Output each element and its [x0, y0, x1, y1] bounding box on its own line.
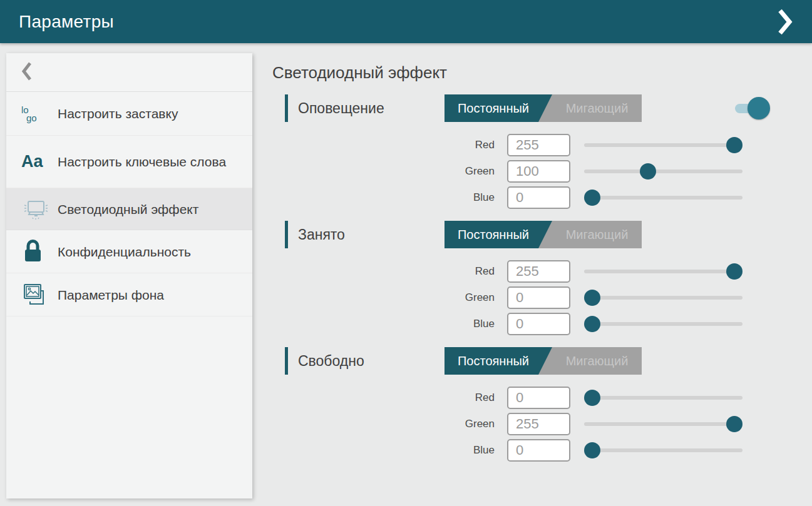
green-slider[interactable]: [584, 413, 743, 435]
sidebar-item-background[interactable]: Параметры фона: [6, 273, 252, 316]
slider-thumb[interactable]: [584, 390, 600, 406]
mode-option-solid[interactable]: Постоянный: [445, 94, 552, 122]
app-header: Параметры: [0, 0, 812, 43]
blue-value-input[interactable]: [507, 186, 570, 209]
red-slider[interactable]: [584, 387, 743, 409]
blue-value-input[interactable]: [507, 313, 570, 335]
led-effect-panel: Светодиодный эффект Оповещение Постоянны…: [272, 43, 779, 462]
slider-thumb[interactable]: [584, 442, 600, 458]
slider-thumb[interactable]: [584, 316, 600, 332]
green-label: Green: [272, 160, 495, 183]
section-busy: Занято Постоянный Мигающий Red Green Blu…: [272, 220, 779, 335]
slider-track: [584, 396, 743, 400]
sidebar-item-screensaver[interactable]: logo Настроить заставку: [6, 92, 252, 136]
panel-title: Светодиодный эффект: [272, 63, 779, 83]
mode-segmented-control: Постоянный Мигающий: [445, 221, 642, 248]
section-accent-bar: [285, 347, 288, 375]
rgb-controls: Red Green Blue: [272, 387, 779, 462]
blue-slider[interactable]: [584, 439, 743, 462]
blue-label: Blue: [272, 439, 495, 462]
section-free: Свободно Постоянный Мигающий Red Green B…: [272, 347, 779, 462]
mode-option-solid[interactable]: Постоянный: [445, 221, 552, 248]
green-value-input[interactable]: [507, 160, 570, 183]
sidebar-item-label: Настроить заставку: [58, 105, 178, 122]
mode-option-blinking[interactable]: Мигающий: [552, 347, 642, 375]
green-value-input[interactable]: [507, 413, 570, 435]
logo-icon: logo: [21, 106, 50, 122]
section-title: Занято: [298, 226, 345, 243]
notification-toggle[interactable]: [732, 96, 771, 121]
slider-thumb[interactable]: [726, 416, 743, 432]
red-slider[interactable]: [584, 134, 743, 156]
section-title: Оповещение: [298, 100, 384, 117]
slider-track: [584, 270, 743, 273]
slider-track: [584, 422, 743, 426]
red-value-input[interactable]: [507, 387, 570, 409]
green-label: Green: [272, 413, 495, 435]
slider-track: [584, 170, 743, 173]
rgb-controls: Red Green Blue: [272, 260, 779, 335]
green-slider[interactable]: [584, 160, 743, 183]
blue-slider[interactable]: [584, 186, 743, 209]
sidebar-item-privacy[interactable]: Конфиденциальность: [6, 230, 252, 273]
green-label: Green: [272, 286, 495, 309]
section-header: Занято Постоянный Мигающий: [272, 220, 779, 249]
lock-icon: [21, 239, 50, 264]
red-value-input[interactable]: [507, 134, 570, 156]
blue-label: Blue: [272, 186, 495, 209]
rgb-controls: Red Green Blue: [272, 134, 779, 209]
sidebar-item-label: Конфиденциальность: [58, 243, 191, 260]
blue-value-input[interactable]: [507, 439, 570, 462]
settings-sidebar: logo Настроить заставку Aa Настроить клю…: [6, 53, 252, 498]
chevron-left-icon: [21, 61, 32, 84]
slider-track: [584, 143, 743, 147]
toggle-knob[interactable]: [748, 97, 770, 119]
green-slider[interactable]: [584, 286, 743, 309]
section-header: Оповещение Постоянный Мигающий: [272, 94, 779, 123]
sidebar-item-label: Настроить ключевые слова: [58, 153, 226, 170]
chevron-right-icon[interactable]: [774, 8, 796, 36]
sidebar-item-led-effect[interactable]: Светодиодный эффект: [6, 188, 252, 230]
slider-thumb[interactable]: [584, 190, 600, 206]
section-accent-bar: [285, 94, 288, 122]
keywords-icon: Aa: [21, 153, 50, 170]
section-notification: Оповещение Постоянный Мигающий Red Green: [272, 94, 779, 209]
section-header: Свободно Постоянный Мигающий: [272, 347, 779, 375]
mode-option-solid[interactable]: Постоянный: [445, 347, 552, 375]
slider-thumb[interactable]: [726, 137, 743, 153]
slider-thumb[interactable]: [640, 163, 656, 180]
slider-thumb[interactable]: [584, 290, 600, 306]
red-label: Red: [272, 260, 495, 283]
blue-slider[interactable]: [584, 313, 743, 335]
green-value-input[interactable]: [507, 286, 570, 309]
background-images-icon: [21, 282, 50, 307]
sidebar-item-label: Светодиодный эффект: [58, 201, 198, 218]
sidebar-item-label: Параметры фона: [58, 286, 164, 303]
mode-segmented-control: Постоянный Мигающий: [445, 94, 642, 122]
mode-option-blinking[interactable]: Мигающий: [552, 221, 642, 248]
mode-segmented-control: Постоянный Мигающий: [445, 347, 642, 375]
section-accent-bar: [285, 221, 288, 248]
section-title: Свободно: [298, 353, 364, 370]
sidebar-item-keywords[interactable]: Aa Настроить ключевые слова: [6, 136, 252, 188]
sidebar-collapse-button[interactable]: [6, 53, 252, 92]
page-title: Параметры: [19, 12, 114, 32]
red-label: Red: [272, 134, 495, 156]
red-value-input[interactable]: [507, 260, 570, 283]
red-label: Red: [272, 387, 495, 409]
slider-track: [584, 196, 743, 200]
led-screen-icon: [21, 197, 50, 221]
red-slider[interactable]: [584, 260, 743, 283]
slider-track: [584, 322, 743, 326]
blue-label: Blue: [272, 313, 495, 335]
slider-track: [584, 448, 743, 452]
slider-track: [584, 296, 743, 300]
mode-option-blinking[interactable]: Мигающий: [552, 94, 642, 122]
slider-thumb[interactable]: [726, 263, 743, 280]
